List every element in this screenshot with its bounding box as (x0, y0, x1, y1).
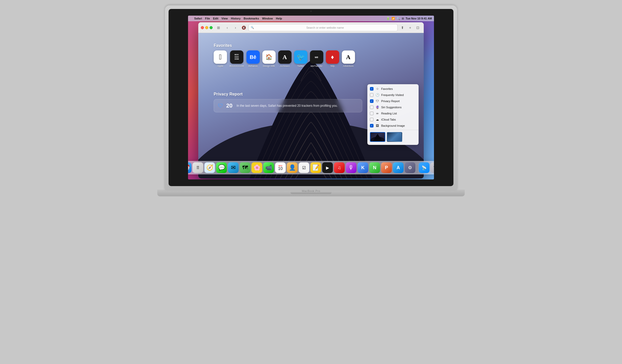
fav-yelp-icon: ♦ (326, 50, 339, 64)
minimize-button[interactable] (205, 26, 208, 29)
dock-appstore[interactable]: A (393, 162, 404, 173)
privacy-message: In the last seven days, Safari has preve… (236, 104, 338, 108)
dock-reminders[interactable]: ☑ (299, 162, 309, 173)
fav-twitter[interactable]: 🐦 Twitter (294, 50, 307, 67)
privacy-count: 20 (226, 102, 232, 109)
fav-boom-icon: BOOOOOOOM (230, 50, 243, 64)
dock: 🤡 ⠿ 🧭 💬 (188, 161, 434, 174)
dock-music[interactable]: ♫ (334, 162, 345, 173)
menu-edit[interactable]: Edit (213, 17, 219, 20)
dropdown-privacy-report[interactable]: 🛡 Privacy Report (367, 98, 419, 104)
new-tab-button[interactable]: + (407, 24, 413, 31)
fav-behance[interactable]: Bē Behance (246, 50, 260, 67)
dock-safari[interactable]: 🧭 (204, 162, 215, 173)
fav-apple-label: Apple (217, 65, 223, 67)
frequently-visited-label: Frequently Visited (381, 93, 416, 97)
syspreferences-icon: ⚙ (408, 165, 412, 170)
siri-suggestions-checkbox[interactable] (370, 105, 374, 109)
background-image-icon: 🖼 (376, 124, 379, 127)
favorites-section: Favorites  Apple (214, 43, 355, 67)
address-bar[interactable]: 🔍 Search or enter website name (248, 24, 398, 31)
fav-adventure[interactable]: A Adventure (342, 50, 355, 67)
dock-numbers[interactable]: N (369, 162, 380, 173)
bg-thumb-2[interactable] (387, 132, 402, 142)
back-button[interactable]: ‹ (224, 24, 231, 31)
fav-boom[interactable]: BOOOOOOOM BOOOOOOM (230, 50, 244, 67)
dropdown-icloud-tabs[interactable]: ☁ iCloud Tabs (367, 116, 419, 123)
dropdown-frequently-visited[interactable]: 🕐 Frequently Visited (367, 92, 419, 98)
menu-bar-left: Safari File Edit View History Bookmarks … (190, 17, 282, 20)
sidebar-button[interactable]: ⊞ (215, 24, 222, 31)
menu-bookmarks[interactable]: Bookmarks (244, 17, 259, 20)
share-button[interactable]: ⬆ (399, 24, 406, 31)
dock-podcasts[interactable]: 🎙 (346, 162, 357, 173)
tab-overview-button[interactable]: ⊡ (414, 24, 421, 31)
fav-behance-label: Behance (248, 65, 258, 67)
menu-file[interactable]: File (205, 17, 210, 20)
dock-airdrop[interactable]: 📡 (419, 162, 430, 173)
reading-list-checkbox[interactable] (370, 112, 374, 115)
maximize-button[interactable] (210, 26, 213, 29)
fav-apple[interactable]:  Apple (214, 50, 227, 67)
address-bar-placeholder: Search or enter website name (255, 26, 395, 29)
menu-view[interactable]: View (221, 17, 228, 20)
icloud-tabs-checkbox[interactable] (370, 118, 374, 121)
trash-icon: 🗑 (433, 164, 434, 171)
fav-yelp[interactable]: ♦ Yelp (326, 50, 339, 67)
macbook-label: MacBook Pro (302, 189, 320, 192)
safari-toolbar: ⊞ ‹ › 🔇 🔍 Search or enter website name ⬆… (198, 22, 424, 33)
privacy-report-checkbox[interactable] (370, 99, 374, 103)
menu-history[interactable]: History (231, 17, 241, 20)
safari-content: Favorites  Apple (198, 33, 424, 178)
dock-launchpad[interactable]: ⠿ (193, 162, 203, 173)
dropdown-divider (367, 130, 419, 130)
fav-designmilk-label: Design Milk (263, 65, 275, 67)
fav-wetransfer[interactable]: we WeTransfer (310, 50, 323, 67)
notes-icon: 📝 (312, 164, 319, 171)
mail-icon: ✉ (231, 164, 236, 171)
dock-pages[interactable]: P (381, 162, 392, 173)
menu-help[interactable]: Help (276, 17, 282, 20)
dock-finder[interactable]: 🤡 (188, 162, 192, 173)
screen-bezel: Safari File Edit View History Bookmarks … (169, 9, 453, 186)
dock-syspreferences[interactable]: ⚙ (405, 162, 416, 173)
pages-icon: P (385, 165, 388, 170)
control-center-icon[interactable]: ⊞ (402, 17, 404, 20)
app-name-menu[interactable]: Safari (194, 17, 202, 20)
dock-tv[interactable]: ▶ (322, 162, 333, 173)
mute-button[interactable]: 🔇 (240, 24, 247, 31)
desktop: Safari File Edit View History Bookmarks … (188, 16, 434, 179)
dock-messages[interactable]: 💬 (216, 162, 227, 173)
search-icon[interactable]: 🔍 (397, 17, 400, 20)
dock-calendar[interactable]: NOV 10 (275, 162, 286, 173)
dock-mail[interactable]: ✉ (228, 162, 239, 173)
dropdown-siri-suggestions[interactable]: 🔮 Siri Suggestions (367, 104, 419, 110)
toolbar-right: ⬆ + ⊡ (399, 24, 421, 31)
dropdown-background-image[interactable]: 🖼 Background Image (367, 123, 419, 129)
menu-window[interactable]: Window (262, 17, 273, 20)
dock-photos[interactable]: 🌸 (252, 162, 262, 173)
camera (310, 10, 312, 12)
dock-maps[interactable]: 🗺 (240, 162, 251, 173)
favorites-checkbox[interactable] (370, 87, 374, 91)
fav-wetransfer-label: WeTransfer (310, 65, 323, 67)
safari-window: ⊞ ‹ › 🔇 🔍 Search or enter website name ⬆… (198, 22, 424, 178)
bg-thumb-1[interactable] (370, 132, 385, 142)
frequently-visited-checkbox[interactable] (370, 93, 374, 97)
fav-designmilk[interactable]: 🏠 Design Milk (262, 50, 276, 67)
dock-trash[interactable]: 🗑 (431, 162, 434, 173)
dropdown-reading-list[interactable]: ∞ Reading List (367, 110, 419, 116)
dock-facetime[interactable]: 📹 (263, 162, 274, 173)
dock-keynote[interactable]: K (358, 162, 368, 173)
fav-wetransfer-icon: we (310, 50, 323, 64)
fav-archinect[interactable]: A Archinect (278, 50, 292, 67)
wifi-icon[interactable]: 📶 (391, 17, 395, 20)
dock-notes[interactable]: 📝 (310, 162, 321, 173)
fav-apple-icon:  (214, 50, 227, 64)
dropdown-favorites[interactable]: ☆ Favorites (367, 86, 419, 92)
forward-button[interactable]: › (232, 24, 239, 31)
close-button[interactable] (201, 26, 204, 29)
dock-contacts[interactable]: 👤 (287, 162, 298, 173)
background-image-checkbox[interactable] (370, 124, 374, 127)
privacy-card[interactable]: 🛡 20 In the last seven days, Safari has … (214, 99, 362, 112)
